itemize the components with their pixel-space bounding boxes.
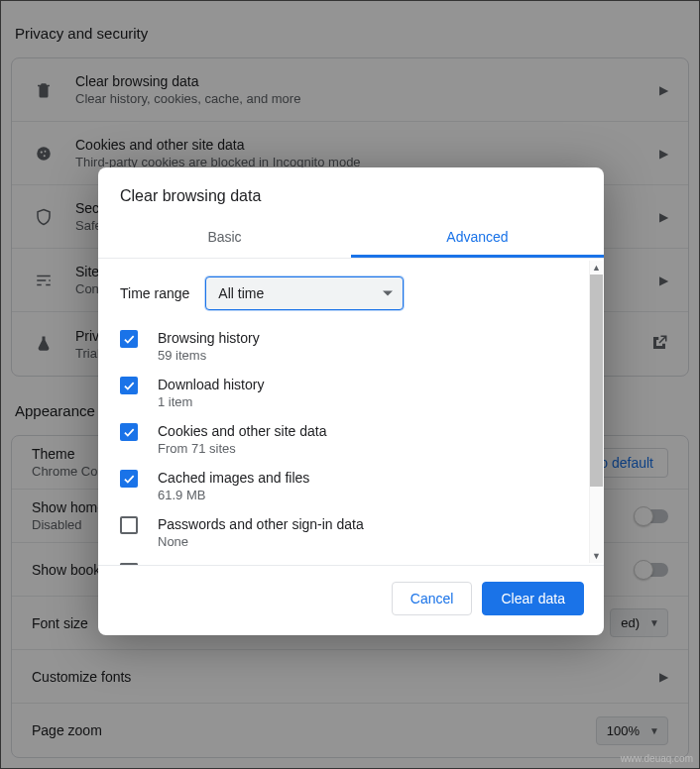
tab-advanced[interactable]: Advanced	[351, 219, 604, 258]
checkbox[interactable]	[120, 470, 138, 488]
scroll-down-icon[interactable]: ▼	[592, 549, 601, 563]
dialog-body: Time range All time Browsing history59 i…	[98, 259, 604, 566]
item-title: Download history	[158, 377, 264, 392]
checkbox[interactable]	[120, 516, 138, 534]
check-row-cookies[interactable]: Cookies and other site dataFrom 71 sites	[120, 423, 582, 456]
caret-down-icon	[383, 291, 393, 296]
checkbox[interactable]	[120, 330, 138, 348]
check-row-download-history[interactable]: Download history1 item	[120, 377, 582, 409]
checkbox[interactable]	[120, 563, 138, 566]
item-title: Autofill form data	[158, 563, 262, 566]
check-row-browsing-history[interactable]: Browsing history59 items	[120, 330, 582, 363]
scrollbar[interactable]: ▲ ▼	[589, 261, 603, 563]
checkbox[interactable]	[120, 423, 138, 441]
time-range-select[interactable]: All time	[205, 276, 404, 310]
tab-basic[interactable]: Basic	[98, 219, 351, 258]
check-row-cached-images[interactable]: Cached images and files61.9 MB	[120, 470, 582, 502]
check-row-passwords[interactable]: Passwords and other sign-in dataNone	[120, 516, 582, 549]
checkbox[interactable]	[120, 377, 138, 394]
item-sub: 59 items	[158, 348, 260, 363]
item-sub: None	[158, 534, 364, 549]
item-title: Cookies and other site data	[158, 423, 326, 439]
time-range-label: Time range	[120, 285, 189, 301]
dialog-tabs: Basic Advanced	[98, 219, 604, 259]
item-title: Browsing history	[158, 330, 260, 346]
item-title: Cached images and files	[158, 470, 309, 486]
item-sub: From 71 sites	[158, 441, 326, 456]
scroll-up-icon[interactable]: ▲	[592, 261, 601, 275]
scroll-thumb[interactable]	[590, 275, 603, 487]
item-sub: 1 item	[158, 394, 264, 409]
dialog-title: Clear browsing data	[98, 167, 604, 219]
item-sub: 61.9 MB	[158, 488, 309, 502]
watermark: www.deuaq.com	[621, 753, 693, 764]
cancel-button[interactable]: Cancel	[392, 582, 473, 615]
clear-browsing-data-dialog: Clear browsing data Basic Advanced Time …	[98, 167, 604, 635]
item-title: Passwords and other sign-in data	[158, 516, 364, 532]
time-range-value: All time	[218, 285, 264, 301]
dialog-footer: Cancel Clear data	[98, 566, 604, 635]
clear-data-button[interactable]: Clear data	[482, 582, 584, 615]
check-row-autofill[interactable]: Autofill form data	[120, 563, 582, 566]
